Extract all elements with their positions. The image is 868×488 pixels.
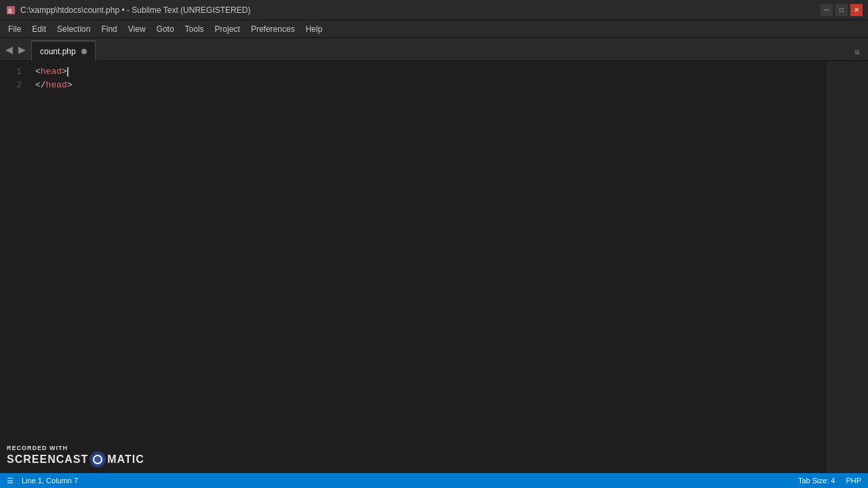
menu-item-file[interactable]: File bbox=[3, 22, 26, 36]
menu-bar: FileEditSelectionFindViewGotoToolsProjec… bbox=[0, 20, 868, 38]
tab-nav-forward[interactable]: ▶ bbox=[16, 43, 28, 56]
status-position: Line 1, Column 7 bbox=[22, 476, 78, 485]
line-numbers: 1 2 bbox=[0, 61, 30, 473]
watermark-logo-icon bbox=[90, 451, 106, 468]
title-bar: S C:\xampp\htdocs\count.php • - Sublime … bbox=[0, 0, 868, 20]
status-language: PHP bbox=[846, 476, 861, 485]
minimize-button[interactable]: ─ bbox=[821, 4, 833, 16]
menu-item-tools[interactable]: Tools bbox=[180, 22, 210, 36]
app-icon: S bbox=[5, 5, 16, 16]
tag-head-close: head bbox=[46, 80, 67, 90]
menu-item-help[interactable]: Help bbox=[300, 22, 328, 36]
status-tab-size: Tab Size: 4 bbox=[798, 476, 835, 485]
text-cursor bbox=[67, 67, 68, 77]
title-bar-left: S C:\xampp\htdocs\count.php • - Sublime … bbox=[5, 5, 250, 16]
tab-dirty-indicator bbox=[81, 49, 87, 54]
editor-area[interactable]: 1 2 <head> </head> bbox=[0, 61, 868, 473]
window-controls: ─ □ ✕ bbox=[821, 4, 863, 16]
bracket-close-2: > bbox=[67, 80, 73, 90]
status-icon: ☰ bbox=[7, 476, 14, 485]
status-bar-right: Tab Size: 4 PHP bbox=[798, 476, 861, 485]
status-bar: ☰ Line 1, Column 7 Tab Size: 4 PHP bbox=[0, 473, 868, 488]
bracket-open-1: < bbox=[35, 66, 41, 77]
line-number-2: 2 bbox=[0, 79, 22, 92]
watermark-recorded-label: RECORDED WITH bbox=[7, 445, 144, 451]
bracket-open-2: </ bbox=[35, 80, 46, 90]
minimap bbox=[827, 61, 868, 473]
watermark-brand: SCREENCAST MATIC bbox=[7, 451, 144, 468]
menu-item-find[interactable]: Find bbox=[96, 22, 122, 36]
code-editor[interactable]: <head> </head> bbox=[30, 61, 827, 473]
tab-list-button[interactable]: ≡ bbox=[849, 44, 865, 60]
svg-text:S: S bbox=[8, 7, 12, 14]
menu-item-goto[interactable]: Goto bbox=[151, 22, 180, 36]
tab-bar: ◀ ▶ count.php ≡ bbox=[0, 38, 868, 61]
status-bar-left: ☰ Line 1, Column 7 bbox=[7, 476, 78, 485]
watermark-screencast-text: SCREENCAST bbox=[7, 453, 88, 466]
close-button[interactable]: ✕ bbox=[850, 4, 863, 16]
menu-item-edit[interactable]: Edit bbox=[26, 22, 52, 36]
bracket-close-1: > bbox=[62, 66, 67, 77]
tab-nav-left: ◀ ▶ bbox=[3, 38, 31, 60]
menu-item-project[interactable]: Project bbox=[210, 22, 245, 36]
maximize-button[interactable]: □ bbox=[835, 4, 848, 16]
watermark-matic-text: MATIC bbox=[107, 453, 144, 466]
line-number-1: 1 bbox=[0, 65, 22, 79]
tab-label: count.php bbox=[40, 47, 76, 56]
menu-item-view[interactable]: View bbox=[123, 22, 151, 36]
watermark: RECORDED WITH SCREENCAST MATIC bbox=[7, 445, 144, 468]
menu-item-selection[interactable]: Selection bbox=[52, 22, 96, 36]
tag-head-open: head bbox=[41, 66, 62, 77]
tab-nav-back[interactable]: ◀ bbox=[3, 43, 16, 56]
title-text: C:\xampp\htdocs\count.php • - Sublime Te… bbox=[20, 5, 250, 15]
menu-item-preferences[interactable]: Preferences bbox=[245, 22, 300, 36]
tab-count-php[interactable]: count.php bbox=[31, 41, 96, 61]
